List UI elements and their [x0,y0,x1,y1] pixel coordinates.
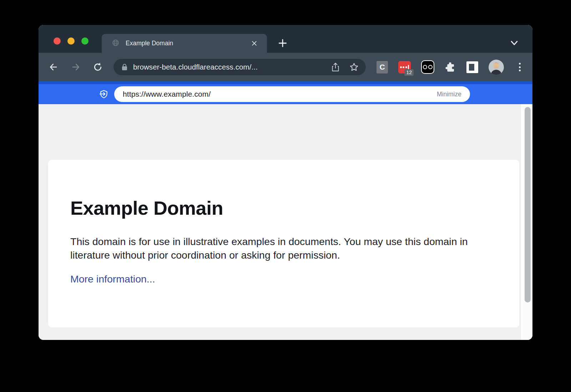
lock-icon[interactable] [121,63,128,71]
reload-icon[interactable] [91,60,105,74]
tab-strip: Example Domain [39,25,532,53]
dot [405,66,407,68]
profile-avatar[interactable] [489,60,504,75]
close-window-button[interactable] [54,37,61,45]
extension-badge: 12 [404,69,414,76]
dot [519,70,521,71]
dot [400,66,402,68]
share-icon[interactable] [332,62,339,72]
ring [423,65,427,69]
bar [408,65,409,70]
browser-toolbar: browser-beta.cloudflareaccess.com/... C [39,53,532,81]
address-url[interactable]: browser-beta.cloudflareaccess.com/... [133,63,332,71]
dot [519,66,521,68]
browser-menu-icon[interactable] [515,60,525,74]
bookmark-star-icon[interactable] [349,62,359,72]
screenshot-stage: Example Domain [0,0,571,392]
isolation-url-bar: https://www.example.com/ Minimize [39,81,532,104]
zoom-window-button[interactable] [81,37,89,45]
more-information-link[interactable]: More information... [70,273,155,285]
extensions-puzzle-icon[interactable] [445,61,456,73]
dot [403,66,404,68]
page-title: Example Domain [70,197,497,219]
tab-title: Example Domain [126,40,249,47]
hole [469,64,474,71]
two-circles-extension-icon[interactable] [421,60,434,74]
side-panel-icon[interactable] [466,61,478,73]
minimize-button[interactable]: Minimize [437,91,461,98]
window-controls [54,37,89,45]
scrollbar-track[interactable] [521,104,532,340]
minimize-window-button[interactable] [67,37,75,45]
address-bar[interactable]: browser-beta.cloudflareaccess.com/... [113,59,366,75]
remote-url-text[interactable]: https://www.example.com/ [123,90,437,98]
dot [519,63,521,65]
browser-window: Example Domain [39,25,532,340]
new-tab-icon[interactable] [276,37,289,50]
page-viewport: Example Domain This domain is for use in… [39,104,532,340]
shield-arrow-icon [99,90,108,99]
extension-icons: C 12 [377,60,504,75]
tab-close-icon[interactable] [249,39,259,49]
ring [428,65,433,69]
scrollbar-thumb[interactable] [525,107,531,302]
tab-example-domain[interactable]: Example Domain [102,34,267,53]
extension-c-icon[interactable]: C [377,61,388,73]
example-domain-card: Example Domain This domain is for use in… [48,160,519,327]
chevron-down-icon[interactable] [509,39,520,47]
globe-favicon-icon [112,39,120,48]
remote-url-field[interactable]: https://www.example.com/ Minimize [114,86,470,102]
forward-icon[interactable] [69,60,83,74]
page-paragraph: This domain is for use in illustrative e… [70,235,481,262]
password-manager-extension-icon[interactable]: 12 [398,61,411,73]
back-icon[interactable] [46,60,61,74]
